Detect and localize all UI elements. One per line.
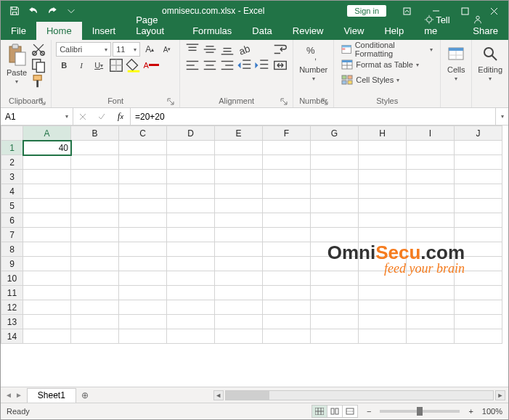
conditional-formatting-button[interactable]: Conditional Formatting▾ bbox=[338, 42, 436, 57]
cell[interactable] bbox=[263, 242, 311, 257]
cell[interactable] bbox=[215, 329, 263, 344]
cell[interactable] bbox=[263, 213, 311, 228]
cell[interactable] bbox=[23, 213, 71, 228]
save-icon[interactable] bbox=[7, 3, 23, 19]
font-color-icon[interactable]: A bbox=[143, 58, 159, 73]
cell[interactable] bbox=[119, 315, 167, 329]
cell[interactable] bbox=[167, 300, 215, 315]
italic-button[interactable]: I bbox=[73, 58, 89, 73]
tab-view[interactable]: View bbox=[333, 22, 374, 40]
cell[interactable] bbox=[119, 228, 167, 242]
undo-icon[interactable] bbox=[25, 3, 41, 19]
cell[interactable] bbox=[407, 213, 455, 228]
align-bottom-icon[interactable] bbox=[219, 42, 235, 57]
cell[interactable] bbox=[167, 257, 215, 271]
cell[interactable] bbox=[71, 199, 119, 213]
cell[interactable] bbox=[215, 184, 263, 199]
cell[interactable] bbox=[119, 242, 167, 257]
sheet-nav-next-icon[interactable]: ► bbox=[15, 391, 23, 399]
cell[interactable] bbox=[455, 170, 502, 184]
paste-button[interactable]: Paste ▾ bbox=[5, 42, 28, 86]
cell[interactable] bbox=[119, 170, 167, 184]
cell[interactable] bbox=[119, 286, 167, 300]
font-name-combo[interactable]: Calibri▾ bbox=[56, 42, 111, 57]
editing-button[interactable]: Editing ▾ bbox=[476, 42, 504, 83]
cell[interactable] bbox=[263, 141, 311, 155]
cell[interactable] bbox=[167, 213, 215, 228]
cell[interactable] bbox=[407, 199, 455, 213]
cell[interactable] bbox=[407, 329, 455, 344]
cell[interactable] bbox=[119, 199, 167, 213]
cell[interactable] bbox=[215, 141, 263, 155]
new-sheet-icon[interactable]: ⊕ bbox=[76, 387, 94, 403]
cell[interactable] bbox=[455, 228, 502, 242]
cell[interactable] bbox=[23, 286, 71, 300]
cell[interactable] bbox=[71, 242, 119, 257]
cell[interactable] bbox=[167, 315, 215, 329]
cell[interactable] bbox=[71, 213, 119, 228]
cell[interactable] bbox=[23, 228, 71, 242]
cell[interactable] bbox=[359, 286, 407, 300]
alignment-launcher-icon[interactable] bbox=[280, 97, 288, 106]
cell[interactable] bbox=[119, 300, 167, 315]
cell[interactable] bbox=[407, 141, 455, 155]
tab-file[interactable]: File bbox=[1, 22, 36, 40]
orientation-icon[interactable]: ab bbox=[237, 42, 253, 57]
cell[interactable] bbox=[119, 213, 167, 228]
row-header[interactable]: 10 bbox=[1, 271, 23, 286]
cell[interactable] bbox=[71, 141, 119, 155]
cell[interactable] bbox=[71, 286, 119, 300]
sheet-nav-prev-icon[interactable]: ◄ bbox=[5, 391, 12, 399]
column-header[interactable]: C bbox=[119, 126, 167, 141]
tab-page-layout[interactable]: Page Layout bbox=[126, 11, 182, 40]
cell[interactable] bbox=[263, 329, 311, 344]
cell[interactable] bbox=[167, 286, 215, 300]
scroll-right-icon[interactable]: ► bbox=[495, 390, 505, 400]
cell[interactable] bbox=[23, 257, 71, 271]
cell[interactable] bbox=[263, 315, 311, 329]
cell[interactable] bbox=[311, 315, 359, 329]
row-header[interactable]: 1 bbox=[1, 141, 23, 155]
increase-indent-icon[interactable] bbox=[254, 58, 270, 73]
cell[interactable] bbox=[71, 184, 119, 199]
cell[interactable] bbox=[263, 271, 311, 286]
cell[interactable] bbox=[263, 170, 311, 184]
align-middle-icon[interactable] bbox=[202, 42, 218, 57]
cells-button[interactable]: Cells ▾ bbox=[445, 42, 467, 83]
cell[interactable] bbox=[359, 242, 407, 257]
cell[interactable] bbox=[455, 315, 502, 329]
align-center-icon[interactable] bbox=[202, 58, 218, 73]
row-header[interactable]: 5 bbox=[1, 199, 23, 213]
underline-button[interactable]: U▾ bbox=[91, 58, 107, 73]
cell[interactable] bbox=[167, 242, 215, 257]
cell[interactable] bbox=[311, 199, 359, 213]
cell[interactable] bbox=[311, 257, 359, 271]
row-header[interactable]: 8 bbox=[1, 242, 23, 257]
cell[interactable] bbox=[455, 155, 502, 170]
cell[interactable] bbox=[167, 228, 215, 242]
cell[interactable] bbox=[359, 155, 407, 170]
cell[interactable] bbox=[311, 329, 359, 344]
column-header[interactable]: G bbox=[311, 126, 359, 141]
cell[interactable] bbox=[71, 170, 119, 184]
row-header[interactable]: 7 bbox=[1, 228, 23, 242]
cell[interactable] bbox=[311, 141, 359, 155]
cell[interactable] bbox=[455, 286, 502, 300]
row-header[interactable]: 2 bbox=[1, 155, 23, 170]
cell[interactable] bbox=[167, 199, 215, 213]
zoom-slider[interactable] bbox=[380, 410, 460, 413]
row-header[interactable]: 13 bbox=[1, 315, 23, 329]
row-header[interactable]: 11 bbox=[1, 286, 23, 300]
redo-icon[interactable] bbox=[44, 3, 60, 19]
cell[interactable] bbox=[407, 315, 455, 329]
row-header[interactable]: 9 bbox=[1, 257, 23, 271]
cell[interactable] bbox=[119, 257, 167, 271]
clipboard-launcher-icon[interactable] bbox=[38, 97, 46, 106]
align-right-icon[interactable] bbox=[219, 58, 235, 73]
row-header[interactable]: 4 bbox=[1, 184, 23, 199]
cell[interactable] bbox=[311, 228, 359, 242]
cell-styles-button[interactable]: Cell Styles▾ bbox=[338, 73, 436, 87]
cell[interactable] bbox=[215, 242, 263, 257]
cell[interactable] bbox=[263, 199, 311, 213]
decrease-indent-icon[interactable] bbox=[237, 58, 253, 73]
